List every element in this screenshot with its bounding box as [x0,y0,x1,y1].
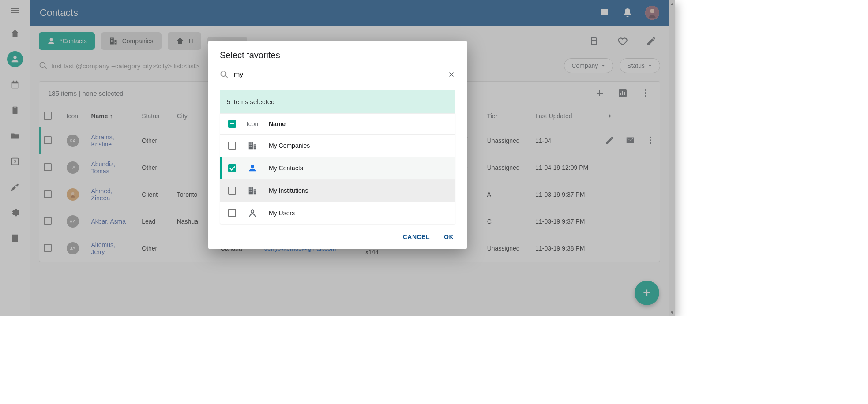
user-icon [246,208,259,218]
dialog-search-input[interactable] [233,70,447,79]
dialog-selection-banner: 5 items selected [220,90,455,113]
dialog-row[interactable]: My Institutions [220,179,455,202]
company-icon [246,186,259,195]
company-icon [246,141,259,150]
dialog-actions: CANCEL OK [208,224,467,247]
dialog-row-label: My Users [269,209,295,217]
dialog-list: Icon Name My Companies My Contacts My In… [220,113,455,224]
favorites-dialog: Select favorites 5 items selected Icon N… [208,41,467,249]
dialog-row-label: My Contacts [269,165,303,172]
dialog-select-all[interactable] [228,120,236,128]
dialog-col-name: Name [269,120,286,127]
dialog-title: Select favorites [208,41,467,65]
svg-point-15 [251,210,254,213]
dialog-row[interactable]: My Users [220,202,455,224]
dialog-header-row: Icon Name [220,113,455,134]
person-icon [246,163,259,173]
dialog-row-checkbox[interactable] [228,142,236,150]
dialog-search [220,67,455,82]
dialog-row[interactable]: My Companies [220,134,455,157]
search-icon [220,70,229,79]
dialog-row-checkbox[interactable] [228,164,236,172]
dialog-row-checkbox[interactable] [228,209,236,217]
ok-button[interactable]: OK [444,233,454,240]
cancel-button[interactable]: CANCEL [403,233,430,240]
dialog-row-label: My Companies [269,142,310,149]
dialog-row-label: My Institutions [269,187,308,194]
dialog-row-checkbox[interactable] [228,187,236,195]
dialog-col-icon: Icon [246,120,259,127]
dialog-row[interactable]: My Contacts [220,157,455,179]
clear-icon[interactable] [447,71,455,79]
